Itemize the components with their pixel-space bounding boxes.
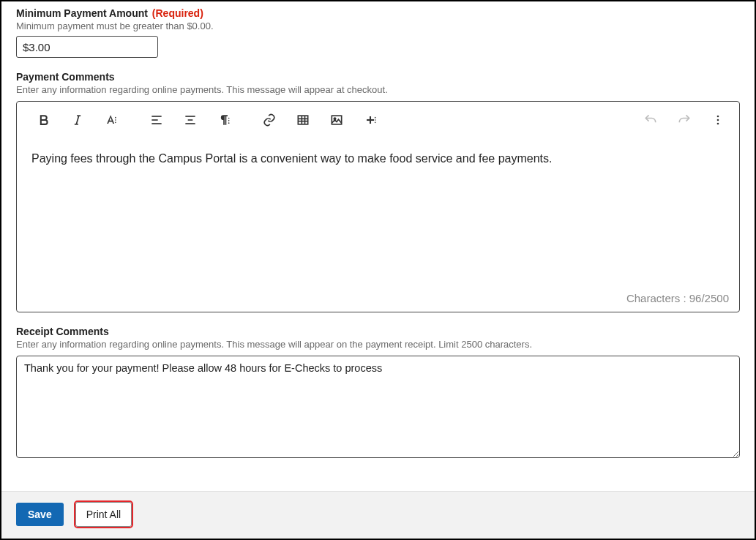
font-button[interactable] [102,110,121,130]
editor-toolbar [17,102,739,138]
footer-bar: Save Print All [1,491,755,539]
image-button[interactable] [327,110,346,130]
svg-point-27 [717,116,719,118]
undo-icon [643,113,658,127]
font-icon [104,113,119,127]
italic-button[interactable] [68,110,87,130]
payment-comments-helper: Enter any information regarding online p… [16,84,740,95]
redo-icon [677,113,692,127]
image-icon [329,113,344,127]
align-center-button[interactable] [181,110,200,130]
link-button[interactable] [260,110,279,130]
bold-icon [37,113,51,127]
min-payment-helper: Minimum payment must be greater than $0.… [16,20,740,31]
svg-point-14 [228,122,230,124]
payment-comments-label: Payment Comments [16,71,740,83]
svg-line-0 [76,116,78,124]
paragraph-button[interactable] [214,110,233,130]
undo-button[interactable] [641,110,660,130]
svg-rect-15 [298,116,307,124]
table-icon [296,113,310,127]
svg-point-13 [228,120,230,121]
more-button[interactable] [708,110,727,130]
settings-panel: Minimum Payment Amount (Required) Minimu… [0,0,756,540]
receipt-comments-section: Receipt Comments Enter any information r… [16,326,740,460]
svg-point-25 [375,119,376,121]
insert-more-button[interactable] [361,110,380,130]
required-tag: (Required) [152,7,203,19]
italic-icon [70,113,85,127]
svg-point-5 [115,122,116,124]
receipt-comments-helper: Enter any information regarding online p… [16,339,740,350]
table-button[interactable] [293,110,312,130]
min-payment-label: Minimum Payment Amount [16,7,148,19]
rich-text-editor: Paying fees through the Campus Portal is… [16,101,740,312]
char-counter: Characters : 96/2500 [17,292,739,312]
link-icon [262,113,277,127]
char-count-value: 96/2500 [689,292,729,304]
svg-point-26 [375,122,376,124]
align-center-icon [183,113,198,127]
min-payment-input[interactable] [16,36,158,58]
receipt-comments-label: Receipt Comments [16,326,740,337]
payment-comments-section: Payment Comments Enter any information r… [16,71,740,312]
redo-button[interactable] [675,110,694,130]
svg-point-29 [717,123,719,125]
char-count-label: Characters : [626,292,686,304]
svg-rect-20 [332,116,341,124]
more-vertical-icon [711,113,725,127]
svg-point-24 [375,117,376,119]
plus-icon [363,113,378,127]
svg-point-3 [115,117,116,119]
editor-content-area[interactable]: Paying fees through the Campus Portal is… [17,138,739,292]
align-left-button[interactable] [147,110,166,130]
bold-button[interactable] [34,110,53,130]
svg-point-4 [115,119,116,121]
paragraph-icon [217,113,231,127]
svg-point-28 [717,119,719,121]
align-left-icon [149,113,164,127]
svg-point-12 [228,118,230,119]
receipt-comments-textarea[interactable] [16,356,740,458]
print-all-button[interactable]: Print All [75,502,132,527]
min-payment-section: Minimum Payment Amount (Required) Minimu… [16,7,740,58]
save-button[interactable]: Save [16,503,64,526]
content-area: Minimum Payment Amount (Required) Minimu… [1,1,755,491]
